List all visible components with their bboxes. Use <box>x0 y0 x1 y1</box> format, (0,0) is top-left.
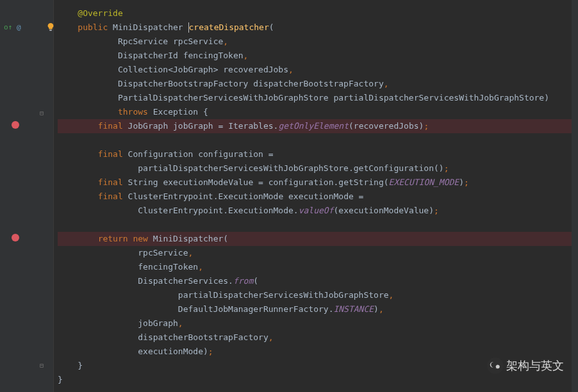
static-field: INSTANCE <box>333 304 374 314</box>
keyword-final: final <box>98 192 123 201</box>
fold-marker-icon[interactable]: ⊟ <box>40 106 44 120</box>
static-field: EXECUTION_MODE <box>389 177 459 187</box>
fold-marker-icon[interactable]: ⊟ <box>40 359 44 373</box>
breakpoint-line: return new MiniDispatcher( <box>58 232 578 246</box>
annotation: @Override <box>78 8 122 18</box>
breakpoint-icon[interactable] <box>12 234 19 241</box>
keyword-final: final <box>98 177 123 187</box>
scrollbar[interactable] <box>572 0 578 392</box>
breakpoint-icon[interactable] <box>12 121 19 129</box>
breakpoint-line: final JobGraph jobGraph = Iterables.getO… <box>58 119 578 133</box>
watermark-text: 架构与英文 <box>506 359 564 373</box>
keyword-final: final <box>98 149 123 159</box>
static-method: from <box>233 276 253 286</box>
method-name: createDispatcher <box>189 22 269 32</box>
fold-gutter[interactable]: ⊟ ⊟ <box>31 0 54 392</box>
watermark: 架构与英文 <box>487 357 564 374</box>
keyword-throws: throws <box>118 107 148 117</box>
static-method: getOnlyElement <box>278 121 349 131</box>
keyword-new: new <box>128 234 148 243</box>
code-editor: o↑ @ ⊟ ⊟ @Override public MiniDispatcher… <box>0 0 578 392</box>
keyword-return: return <box>98 234 128 243</box>
static-method: valueOf <box>299 206 334 215</box>
code-content[interactable]: @Override public MiniDispatcher createDi… <box>54 0 578 392</box>
override-indicator-icon[interactable]: o↑ @ <box>4 20 21 35</box>
keyword-public: public <box>78 22 108 32</box>
wechat-icon <box>487 357 504 374</box>
keyword-final: final <box>98 121 123 131</box>
breakpoint-gutter[interactable]: o↑ @ <box>0 0 31 392</box>
svg-rect-0 <box>49 29 52 31</box>
